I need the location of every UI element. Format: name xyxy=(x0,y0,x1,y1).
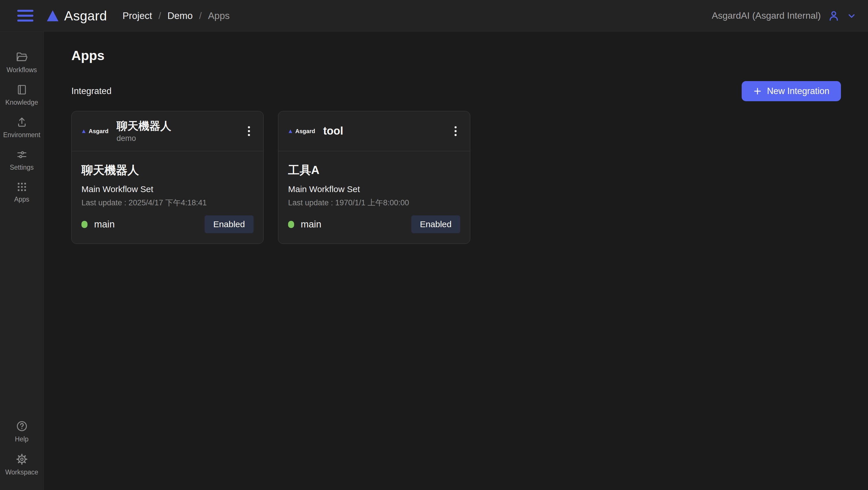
workflow-set-label: Main Workflow Set xyxy=(82,184,253,194)
branch-name: main xyxy=(94,219,115,230)
sidebar-item-help[interactable]: Help xyxy=(0,420,43,443)
branch-status-dot xyxy=(288,221,294,228)
top-navbar: Asgard Project / Demo / Apps AsgardAI (A… xyxy=(0,0,868,32)
new-integration-button[interactable]: New Integration xyxy=(742,81,841,101)
branch-name: main xyxy=(301,219,321,230)
asgard-triangle-icon xyxy=(45,9,60,23)
app-card[interactable]: Asgard 聊天機器人 demo 聊天機器人 Main Workflow Se… xyxy=(71,111,264,244)
page-title: Apps xyxy=(71,49,841,62)
gear-icon xyxy=(16,453,28,465)
app-card[interactable]: Asgard tool 工具A Main Workflow Set Last u… xyxy=(278,111,470,244)
folder-icon xyxy=(16,51,28,63)
sidebar-item-label: Workspace xyxy=(5,468,38,476)
breadcrumb: Project / Demo / Apps xyxy=(123,10,230,21)
help-icon xyxy=(16,420,28,432)
user-icon xyxy=(827,9,840,23)
app-card-body: 工具A Main Workflow Set Last update : 1970… xyxy=(278,151,470,208)
sidebar-item-knowledge[interactable]: Knowledge xyxy=(0,84,43,106)
sidebar-item-label: Environment xyxy=(3,131,40,139)
app-card-body: 聊天機器人 Main Workflow Set Last update : 20… xyxy=(72,151,264,208)
brand-logo[interactable]: Asgard xyxy=(45,8,107,24)
sidebar-item-label: Help xyxy=(15,435,29,443)
account-menu[interactable]: AsgardAI (Asgard Internal) xyxy=(712,9,857,23)
account-label: AsgardAI (Asgard Internal) xyxy=(712,10,821,21)
sidebar-item-workflows[interactable]: Workflows xyxy=(0,51,43,74)
last-update-label: Last update : 2025/4/17 下午4:18:41 xyxy=(82,198,253,208)
workflow-set-label: Main Workflow Set xyxy=(288,184,460,194)
upload-icon xyxy=(16,116,28,128)
branch-status-dot xyxy=(82,221,88,228)
breadcrumb-separator: / xyxy=(158,10,161,21)
app-card-header: Asgard tool xyxy=(278,111,470,151)
section-row: Integrated New Integration xyxy=(71,81,841,101)
sidebar-item-apps[interactable]: Apps xyxy=(0,181,43,203)
sidebar-item-label: Workflows xyxy=(7,66,37,74)
breadcrumb-project[interactable]: Project xyxy=(123,10,152,21)
book-icon xyxy=(16,84,28,96)
sidebar-item-environment[interactable]: Environment xyxy=(0,116,43,139)
app-card-list: Asgard 聊天機器人 demo 聊天機器人 Main Workflow Se… xyxy=(71,111,841,244)
breadcrumb-apps: Apps xyxy=(208,10,230,21)
grid-icon xyxy=(16,181,28,193)
app-card-titles: 聊天機器人 demo xyxy=(117,119,171,143)
breadcrumb-separator: / xyxy=(199,10,202,21)
last-update-label: Last update : 1970/1/1 上午8:00:00 xyxy=(288,198,460,208)
provider-badge: Asgard xyxy=(82,128,108,135)
main-content: Apps Integrated New Integration Asgard 聊… xyxy=(44,32,868,490)
more-options-icon[interactable] xyxy=(451,123,460,139)
app-name: 聊天機器人 xyxy=(82,162,253,178)
provider-name: Asgard xyxy=(89,128,108,135)
provider-name: Asgard xyxy=(295,128,315,135)
asgard-triangle-icon xyxy=(288,129,293,133)
sidebar-item-workspace[interactable]: Workspace xyxy=(0,453,43,476)
status-badge: Enabled xyxy=(205,216,253,233)
chevron-down-icon[interactable] xyxy=(847,11,857,21)
asgard-triangle-icon xyxy=(82,129,86,133)
app-card-title: tool xyxy=(323,124,343,138)
app-card-footer: main Enabled xyxy=(72,216,264,243)
more-options-icon[interactable] xyxy=(244,123,253,139)
app-card-footer: main Enabled xyxy=(278,216,470,243)
app-card-header: Asgard 聊天機器人 demo xyxy=(72,111,264,151)
section-title: Integrated xyxy=(71,86,112,96)
provider-badge: Asgard xyxy=(288,128,315,135)
hamburger-menu-icon[interactable] xyxy=(17,10,33,22)
sidebar-item-label: Knowledge xyxy=(5,99,38,106)
sidebar-item-label: Apps xyxy=(14,196,29,203)
app-card-title: 聊天機器人 xyxy=(117,119,171,133)
breadcrumb-demo[interactable]: Demo xyxy=(167,10,193,21)
brand-name: Asgard xyxy=(64,8,107,24)
sidebar-item-label: Settings xyxy=(10,164,34,171)
app-card-subtitle: demo xyxy=(117,134,171,143)
plus-icon xyxy=(753,87,762,95)
sidebar: Workflows Knowledge Environment Settings xyxy=(0,32,44,490)
sidebar-item-settings[interactable]: Settings xyxy=(0,149,43,171)
status-badge: Enabled xyxy=(411,216,460,233)
app-name: 工具A xyxy=(288,162,460,178)
app-card-titles: tool xyxy=(323,124,343,138)
sliders-icon xyxy=(16,149,28,161)
new-integration-label: New Integration xyxy=(767,86,830,96)
